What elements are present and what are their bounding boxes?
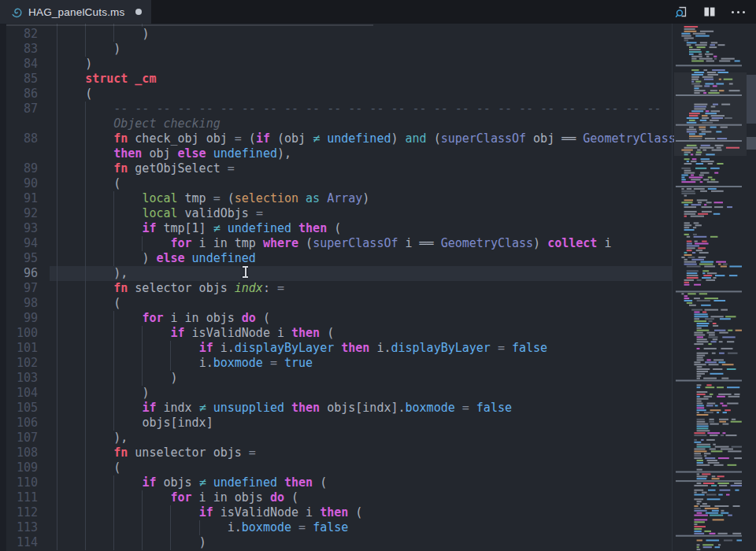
code-text: ), xyxy=(57,266,128,281)
clipped-line-81-shade xyxy=(6,24,373,26)
code-text: if isValidNode i then ( xyxy=(57,505,362,520)
code-line-93[interactable]: 93 if tmp[1] ≠ undefined then ( xyxy=(0,221,756,236)
code-line-102[interactable]: 102 i.boxmode = true xyxy=(0,356,756,371)
code-line-104[interactable]: 104 ) xyxy=(0,386,756,401)
code-text: ( xyxy=(57,176,120,191)
code-line-105[interactable]: 105 if indx ≠ unsupplied then objs[indx]… xyxy=(0,401,756,416)
editor-actions xyxy=(673,0,756,24)
code-line-114[interactable]: 114 ) xyxy=(0,535,756,550)
code-text: then obj else undefined), xyxy=(57,146,291,161)
code-text: ) else undefined xyxy=(57,251,256,266)
code-line-103[interactable]: 103 ) xyxy=(0,371,756,386)
split-editor-icon[interactable] xyxy=(701,3,718,20)
code-line-97[interactable]: 97 fn selector objs indx: = xyxy=(0,281,756,296)
code-line-92[interactable]: 92 local validObjs = xyxy=(0,206,756,221)
code-line-85[interactable]: 85 struct _cm xyxy=(0,72,756,87)
code-line-87[interactable]: 87 -- -- -- -- -- -- -- -- -- -- -- -- -… xyxy=(0,102,756,116)
code-text: Object checking xyxy=(57,116,220,131)
code-line-112[interactable]: 112 if isValidNode i then ( xyxy=(0,505,756,520)
code-text: if indx ≠ unsupplied then objs[indx].box… xyxy=(57,401,512,416)
tab-title: HAG_panelCuts.ms xyxy=(28,6,125,18)
code-text: if objs ≠ undefined then ( xyxy=(57,475,327,490)
modified-indicator xyxy=(135,9,142,15)
code-text: i.boxmode = true xyxy=(57,356,313,371)
code-line-86[interactable]: 86 ( xyxy=(0,87,756,102)
more-actions-icon[interactable] xyxy=(729,3,747,20)
tab-hag-panelcuts[interactable]: HAG_panelCuts.ms xyxy=(0,0,151,24)
code-text: fn selector objs indx: = xyxy=(57,281,284,296)
code-line-89[interactable]: 89 fn getObjSelect = xyxy=(0,161,756,176)
code-text: ), xyxy=(57,431,128,446)
code-text: -- -- -- -- -- -- -- -- -- -- -- -- -- -… xyxy=(57,102,662,116)
code-text: ) xyxy=(57,371,178,386)
code-text: struct _cm xyxy=(57,72,156,87)
maxscript-file-icon xyxy=(11,6,23,18)
find-in-document-icon[interactable] xyxy=(673,3,690,20)
code-text: if isValidNode i then ( xyxy=(57,326,334,341)
scrollbar-track[interactable] xyxy=(747,24,756,551)
code-text: fn check_obj obj = (if (obj ≠ undefined)… xyxy=(57,131,683,146)
code-line-90[interactable]: 90 ( xyxy=(0,176,756,191)
code-line-107[interactable]: 107 ), xyxy=(0,431,756,446)
code-text: if tmp[1] ≠ undefined then ( xyxy=(57,221,341,236)
code-line-91[interactable]: 91 local tmp = (selection as Array) xyxy=(0,191,756,206)
code-line-109[interactable]: 109 ( xyxy=(0,460,756,475)
code-text: fn unselector objs = xyxy=(57,446,256,460)
minimap-canvas[interactable] xyxy=(674,24,747,551)
tab-bar: HAG_panelCuts.ms xyxy=(0,0,756,24)
code-line-111[interactable]: 111 for i in objs do ( xyxy=(0,490,756,505)
code-text: for i in objs do ( xyxy=(57,490,298,505)
code-text: i.boxmode = false xyxy=(57,520,348,535)
code-text: ( xyxy=(57,87,92,102)
code-text: local tmp = (selection as Array) xyxy=(57,191,369,206)
code-text: ) xyxy=(57,42,120,57)
scrollbar-slider[interactable] xyxy=(747,75,756,124)
code-line-88[interactable]: 88 fn check_obj obj = (if (obj ≠ undefin… xyxy=(0,131,756,146)
code-line-100[interactable]: 100 if isValidNode i then ( xyxy=(0,326,756,341)
code-text: ) xyxy=(57,27,149,42)
code-line-94[interactable]: 94 for i in tmp where (superClassOf i ══… xyxy=(0,236,756,251)
code-line-106[interactable]: 106 objs[indx] xyxy=(0,416,756,431)
code-line-113[interactable]: 113 i.boxmode = false xyxy=(0,520,756,535)
code-text: ( xyxy=(57,296,120,311)
code-text: for i in objs do ( xyxy=(57,311,270,326)
code-text: for i in tmp where (superClassOf i ══ Ge… xyxy=(57,236,611,251)
code-line-wrap[interactable]: then obj else undefined), xyxy=(0,146,756,161)
code-line-wrap[interactable]: Object checking xyxy=(0,116,756,131)
code-line-99[interactable]: 99 for i in objs do ( xyxy=(0,311,756,326)
code-line-108[interactable]: 108 fn unselector objs = xyxy=(0,446,756,460)
code-text: local validObjs = xyxy=(57,206,263,221)
code-text: fn getObjSelect = xyxy=(57,161,235,176)
ellipsis-icon xyxy=(732,11,745,13)
editor-left-margin xyxy=(0,24,6,551)
code-text: ) xyxy=(57,535,206,550)
code-text: ) xyxy=(57,57,92,72)
code-text: objs[indx] xyxy=(57,416,213,431)
code-text: ( xyxy=(57,460,120,475)
code-line-98[interactable]: 98 ( xyxy=(0,296,756,311)
code-line-83[interactable]: 83 ) xyxy=(0,42,756,57)
current-line-highlight xyxy=(50,266,672,281)
code-line-95[interactable]: 95 ) else undefined xyxy=(0,251,756,266)
code-editor[interactable]: 81 as int -- -- -- -- -- -- -- --82 )83 … xyxy=(0,24,756,551)
code-line-101[interactable]: 101 if i.displayByLayer then i.displayBy… xyxy=(0,341,756,356)
code-line-96[interactable]: 96 ), xyxy=(0,266,756,281)
code-text: if i.displayByLayer then i.displayByLaye… xyxy=(57,341,547,356)
code-text: ) xyxy=(57,386,149,401)
scrollbar-slider-core xyxy=(747,137,756,150)
code-line-84[interactable]: 84 ) xyxy=(0,57,756,72)
code-line-110[interactable]: 110 if objs ≠ undefined then ( xyxy=(0,475,756,490)
code-line-82[interactable]: 82 ) xyxy=(0,27,756,42)
